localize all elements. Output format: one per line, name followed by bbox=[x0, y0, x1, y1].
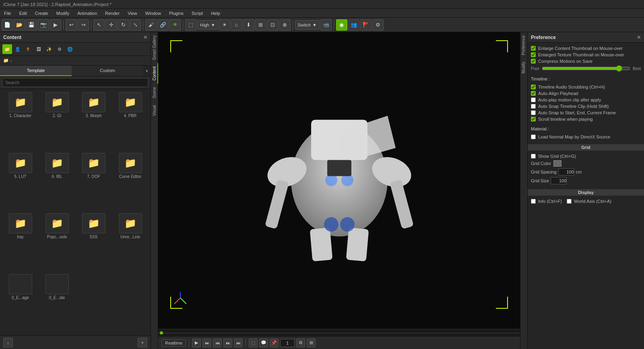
custom-tab[interactable]: Custom bbox=[72, 66, 143, 76]
flag-btn[interactable]: 🚩 bbox=[360, 19, 372, 31]
folder-icon[interactable]: 📁 bbox=[2, 44, 12, 54]
quality-slider[interactable] bbox=[542, 65, 630, 72]
menu-animation[interactable]: Animation bbox=[73, 9, 101, 17]
menu-render[interactable]: Render bbox=[101, 9, 124, 17]
audio-scrubbing-checkbox[interactable] bbox=[531, 85, 536, 89]
redo-button[interactable]: ↪ bbox=[78, 19, 89, 31]
arrow-down-button[interactable]: ⬇ bbox=[243, 19, 254, 31]
snapshot-button[interactable]: 📷 bbox=[38, 19, 49, 31]
enlarge-content-checkbox[interactable] bbox=[531, 46, 536, 51]
list-item[interactable]: 📁 Popc...ools bbox=[40, 213, 74, 272]
go-end-button[interactable]: ⏭ bbox=[202, 339, 211, 347]
scroll-timeline-checkbox[interactable] bbox=[531, 117, 536, 122]
auto-align-checkbox[interactable] bbox=[531, 91, 536, 96]
motion-icon[interactable]: 🏃 bbox=[23, 44, 33, 54]
scene-tab[interactable]: Scene bbox=[151, 84, 158, 101]
menu-view[interactable]: View bbox=[124, 9, 141, 17]
list-item[interactable]: 📁 3. Morph bbox=[76, 92, 111, 151]
content-tab[interactable]: Content bbox=[151, 63, 158, 84]
auto-play-checkbox[interactable] bbox=[531, 97, 536, 102]
auto-snap-clip-checkbox[interactable] bbox=[531, 104, 536, 109]
auto-snap-frame-checkbox[interactable] bbox=[531, 110, 536, 115]
menu-plugins[interactable]: Plugins bbox=[165, 9, 188, 17]
tools-btn[interactable]: ⚙ bbox=[372, 19, 384, 31]
axes-button[interactable]: ⊕ bbox=[279, 19, 291, 31]
sun-button[interactable]: ☀ bbox=[219, 19, 230, 31]
list-item[interactable]: 📁 5. LUT bbox=[3, 153, 37, 211]
pin-button[interactable]: 📌 bbox=[270, 339, 279, 347]
realtime-button[interactable]: Realtime bbox=[161, 339, 186, 347]
grid-color-swatch[interactable] bbox=[553, 160, 561, 167]
home-button[interactable]: ⌂ bbox=[231, 19, 242, 31]
list-item[interactable]: 0_E...age bbox=[3, 274, 37, 332]
rotate-button[interactable]: ↻ bbox=[118, 19, 129, 31]
camera-view-button[interactable]: ⬚ bbox=[249, 339, 258, 347]
vp-scrubber[interactable] bbox=[158, 329, 520, 336]
normal-map-checkbox[interactable] bbox=[531, 134, 536, 139]
grid-button[interactable]: ⊡ bbox=[267, 19, 279, 31]
viewport[interactable] bbox=[158, 32, 520, 329]
person-icon[interactable]: 👤 bbox=[13, 44, 23, 54]
menu-script[interactable]: Script bbox=[188, 9, 207, 17]
link-button[interactable]: 🔗 bbox=[157, 19, 169, 31]
brush-button[interactable]: 🖌 bbox=[145, 19, 157, 31]
enlarge-texture-checkbox[interactable] bbox=[531, 52, 536, 57]
next-frame-button[interactable]: ⏭ bbox=[223, 339, 232, 347]
list-item[interactable]: 📁 Iray bbox=[3, 213, 37, 272]
smart-gallery-tab[interactable]: Smart Gallery bbox=[151, 32, 158, 63]
settings-btn[interactable]: ⚙ bbox=[296, 339, 305, 347]
compress-motions-checkbox[interactable] bbox=[531, 59, 536, 64]
world-axis-checkbox[interactable] bbox=[567, 199, 572, 204]
list-item[interactable]: 0_E...ide bbox=[40, 274, 74, 332]
scale-button[interactable]: ⤡ bbox=[130, 19, 141, 31]
add-button[interactable]: + bbox=[138, 338, 147, 347]
down-arrow-button[interactable]: ↓ bbox=[3, 338, 13, 347]
select-button[interactable]: ↖ bbox=[93, 19, 105, 31]
menu-window[interactable]: Window bbox=[141, 9, 165, 17]
image-icon[interactable]: 🖼 bbox=[34, 44, 43, 54]
list-item[interactable]: 📁 7. DOF bbox=[76, 153, 111, 211]
render-button[interactable]: ▶ bbox=[50, 19, 61, 31]
visual-tab[interactable]: Visual bbox=[151, 102, 158, 119]
show-grid-checkbox[interactable] bbox=[531, 154, 536, 159]
menu-help[interactable]: Help bbox=[207, 9, 224, 17]
grid-spacing-input[interactable] bbox=[558, 168, 574, 176]
menu-file[interactable]: File bbox=[0, 9, 15, 17]
search-input[interactable] bbox=[2, 78, 148, 87]
list-item[interactable]: 📁 6. IBL bbox=[40, 153, 74, 211]
world-icon[interactable]: 🌐 bbox=[65, 44, 75, 54]
menu-create[interactable]: Create bbox=[31, 9, 52, 17]
tab-expand-icon[interactable]: ▾ bbox=[143, 66, 151, 76]
menu-modify[interactable]: Modify bbox=[52, 9, 73, 17]
content-close-icon[interactable]: ✕ bbox=[143, 35, 147, 40]
iclone-icon[interactable]: ◉ bbox=[336, 19, 347, 31]
camera-frame-button[interactable]: ⬚ bbox=[185, 19, 196, 31]
grid-size-input[interactable] bbox=[551, 177, 567, 184]
save-button[interactable]: 💾 bbox=[26, 19, 37, 31]
move-button[interactable]: ✛ bbox=[105, 19, 117, 31]
eye-button[interactable]: 👁 bbox=[169, 19, 181, 31]
menu-edit[interactable]: Edit bbox=[15, 9, 31, 17]
settings-icon[interactable]: ⚙ bbox=[55, 44, 64, 54]
people-btn[interactable]: 👥 bbox=[348, 19, 359, 31]
scrubber-thumb[interactable] bbox=[160, 331, 163, 335]
particle-icon[interactable]: ✨ bbox=[44, 44, 54, 54]
list-item[interactable]: 📁 4. PBR bbox=[113, 92, 147, 151]
expand-button[interactable]: ⊞ bbox=[255, 19, 266, 31]
cam-button[interactable]: 📹 bbox=[320, 19, 332, 31]
list-item[interactable]: 📁 1. Character bbox=[3, 92, 37, 151]
list-item[interactable]: 📁 Curve Editor bbox=[113, 153, 147, 211]
quality-dropdown[interactable]: High ▼ bbox=[197, 20, 218, 30]
modify-side-tab[interactable]: Modify bbox=[520, 58, 527, 76]
frame-number-input[interactable]: 1 bbox=[280, 339, 295, 347]
template-tab[interactable]: Template bbox=[0, 66, 72, 76]
speech-button[interactable]: 💬 bbox=[259, 339, 268, 347]
new-button[interactable]: 📄 bbox=[2, 19, 13, 31]
prev-frame-button[interactable]: ⏮ bbox=[213, 339, 222, 347]
last-frame-button[interactable]: ⏭ bbox=[234, 339, 243, 347]
open-button[interactable]: 📂 bbox=[14, 19, 25, 31]
grid-view-button[interactable]: ⊞ bbox=[307, 339, 316, 347]
list-item[interactable]: 📁 2. GI bbox=[40, 92, 74, 151]
list-item[interactable]: 📁 Unre...Link bbox=[113, 213, 147, 272]
play-button[interactable]: ▶ bbox=[192, 339, 201, 347]
